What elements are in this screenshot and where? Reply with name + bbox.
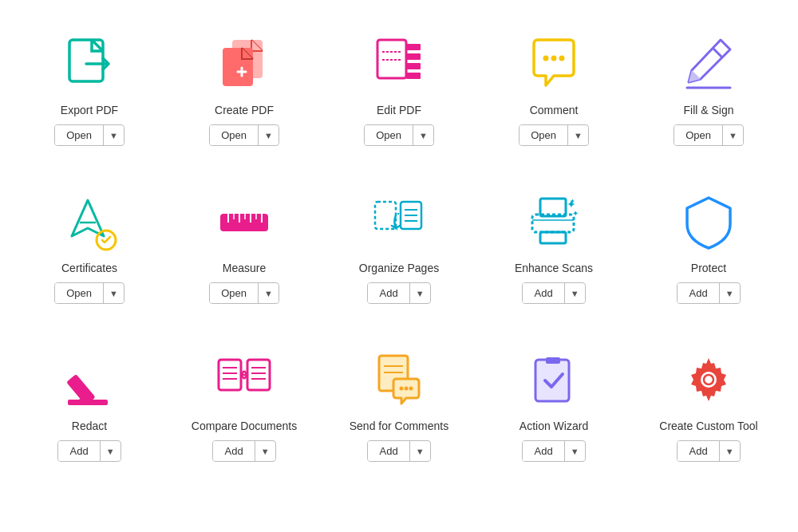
certificates-icon	[57, 190, 121, 254]
fill-sign-label: Fill & Sign	[683, 104, 733, 116]
edit-pdf-arrow-btn[interactable]: ▼	[413, 127, 433, 144]
certificates-arrow-btn[interactable]: ▼	[104, 285, 124, 302]
measure-label: Measure	[223, 262, 266, 274]
tool-send-for-comments: Send for Comments Add ▼	[326, 332, 472, 474]
create-pdf-label: Create PDF	[215, 104, 274, 116]
svg-rect-41	[68, 400, 108, 405]
export-pdf-icon	[57, 32, 121, 96]
redact-icon	[57, 348, 121, 412]
comment-icon	[522, 32, 586, 96]
comment-btn-group: Open ▼	[519, 124, 589, 146]
action-wizard-arrow-btn[interactable]: ▼	[565, 443, 585, 460]
export-pdf-label: Export PDF	[61, 104, 118, 116]
enhance-scans-add-btn[interactable]: Add	[523, 283, 564, 303]
action-wizard-btn-group: Add ▼	[522, 440, 585, 462]
action-wizard-icon	[522, 348, 586, 412]
enhance-scans-label: Enhance Scans	[515, 262, 593, 274]
svg-point-14	[551, 56, 557, 61]
svg-rect-58	[546, 357, 560, 364]
compare-documents-add-btn[interactable]: Add	[213, 441, 255, 461]
edit-pdf-icon	[367, 32, 431, 96]
tool-create-pdf: Create PDF Open ▼	[171, 16, 318, 158]
fill-sign-arrow-btn[interactable]: ▼	[723, 127, 743, 144]
compare-documents-arrow-btn[interactable]: ▼	[255, 443, 275, 460]
redact-btn-group: Add ▼	[57, 440, 120, 462]
organize-pages-label: Organize Pages	[359, 262, 439, 274]
svg-rect-10	[406, 53, 421, 60]
action-wizard-label: Action Wizard	[519, 420, 588, 432]
redact-arrow-btn[interactable]: ▼	[101, 443, 120, 460]
svg-rect-43	[247, 360, 270, 390]
edit-pdf-btn-group: Open ▼	[364, 124, 434, 146]
fill-sign-open-btn[interactable]: Open	[674, 125, 723, 145]
measure-arrow-btn[interactable]: ▼	[259, 285, 279, 302]
organize-pages-icon	[367, 190, 431, 254]
compare-documents-btn-group: Add ▼	[212, 440, 275, 462]
tool-organize-pages: Organize Pages Add ▼	[326, 174, 472, 316]
send-for-comments-btn-group: Add ▼	[367, 440, 430, 462]
export-pdf-arrow-btn[interactable]: ▼	[104, 127, 124, 144]
protect-btn-group: Add ▼	[677, 282, 740, 304]
send-for-comments-label: Send for Comments	[350, 420, 449, 432]
send-for-comments-icon	[367, 348, 431, 412]
svg-rect-27	[375, 202, 396, 229]
svg-point-13	[543, 56, 549, 61]
create-custom-tool-add-btn[interactable]: Add	[678, 441, 719, 461]
svg-rect-11	[406, 63, 421, 69]
tool-create-custom-tool: Create Custom Tool Add ▼	[635, 332, 782, 474]
send-for-comments-add-btn[interactable]: Add	[368, 441, 409, 461]
fill-sign-btn-group: Open ▼	[674, 124, 744, 146]
create-custom-tool-label: Create Custom Tool	[659, 420, 757, 432]
create-pdf-btn-group: Open ▼	[209, 124, 279, 146]
compare-documents-label: Compare Documents	[192, 420, 297, 432]
protect-arrow-btn[interactable]: ▼	[720, 285, 740, 302]
certificates-open-btn[interactable]: Open	[55, 283, 104, 303]
action-wizard-add-btn[interactable]: Add	[523, 441, 564, 461]
svg-rect-57	[535, 360, 569, 401]
svg-point-56	[409, 387, 413, 391]
fill-sign-icon	[677, 32, 741, 96]
edit-pdf-open-btn[interactable]: Open	[365, 125, 413, 145]
svg-rect-38	[540, 232, 566, 243]
organize-pages-add-btn[interactable]: Add	[368, 283, 409, 303]
measure-icon	[212, 190, 276, 254]
certificates-label: Certificates	[61, 262, 117, 274]
comment-arrow-btn[interactable]: ▼	[568, 127, 588, 144]
export-pdf-btn-group: Open ▼	[54, 124, 124, 146]
tool-certificates: Certificates Open ▼	[16, 174, 163, 316]
create-pdf-arrow-btn[interactable]: ▼	[259, 127, 279, 144]
comment-open-btn[interactable]: Open	[519, 125, 568, 145]
svg-text:✦: ✦	[570, 198, 575, 205]
svg-rect-9	[406, 44, 421, 50]
export-pdf-open-btn[interactable]: Open	[55, 125, 104, 145]
svg-rect-12	[406, 73, 421, 79]
create-custom-tool-icon	[677, 348, 741, 412]
svg-text:✦: ✦	[572, 209, 579, 218]
tool-enhance-scans: ✦ ✦ ✦ Enhance Scans Add ▼	[480, 174, 627, 316]
redact-label: Redact	[72, 420, 107, 432]
measure-btn-group: Open ▼	[209, 282, 279, 304]
tool-action-wizard: Action Wizard Add ▼	[480, 332, 627, 474]
protect-add-btn[interactable]: Add	[678, 283, 719, 303]
comment-label: Comment	[530, 104, 579, 116]
measure-open-btn[interactable]: Open	[210, 283, 259, 303]
tool-compare-documents: Compare Documents Add ▼	[171, 332, 318, 474]
edit-pdf-label: Edit PDF	[377, 104, 421, 116]
tool-fill-sign: Fill & Sign Open ▼	[635, 16, 782, 158]
enhance-scans-arrow-btn[interactable]: ▼	[565, 285, 585, 302]
compare-documents-icon	[212, 348, 276, 412]
organize-pages-arrow-btn[interactable]: ▼	[410, 285, 430, 302]
protect-icon	[677, 190, 741, 254]
svg-line-16	[713, 48, 722, 57]
svg-point-54	[400, 387, 404, 391]
send-for-comments-arrow-btn[interactable]: ▼	[410, 443, 430, 460]
certificates-btn-group: Open ▼	[54, 282, 124, 304]
tool-redact: Redact Add ▼	[16, 332, 163, 474]
create-custom-tool-arrow-btn[interactable]: ▼	[720, 443, 740, 460]
enhance-scans-icon: ✦ ✦ ✦	[522, 190, 586, 254]
tool-edit-pdf: Edit PDF Open ▼	[326, 16, 472, 158]
redact-add-btn[interactable]: Add	[58, 441, 100, 461]
create-pdf-open-btn[interactable]: Open	[210, 125, 259, 145]
tool-protect: Protect Add ▼	[635, 174, 782, 316]
organize-pages-btn-group: Add ▼	[367, 282, 430, 304]
